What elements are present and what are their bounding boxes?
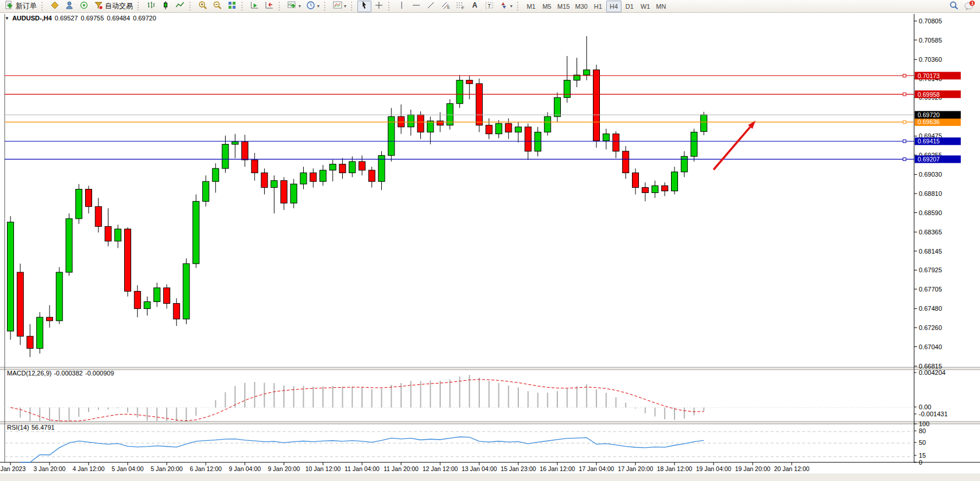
candle-body xyxy=(242,142,248,160)
line-handle[interactable] xyxy=(903,74,906,77)
auto-scroll-button[interactable] xyxy=(248,1,262,12)
candle-body xyxy=(623,151,629,173)
candle-body xyxy=(47,317,53,321)
signals-button[interactable] xyxy=(77,1,91,12)
clock-icon xyxy=(306,1,315,12)
horizontal-line-icon xyxy=(412,1,421,12)
market-watch-button[interactable] xyxy=(48,1,62,12)
candle-body xyxy=(56,272,62,321)
svg-text:T: T xyxy=(488,3,491,9)
channel-tool-button[interactable]: E xyxy=(438,1,452,12)
text-label-tool-button[interactable]: T xyxy=(482,1,496,12)
candle xyxy=(691,129,697,161)
svg-text:A: A xyxy=(472,1,477,9)
pane-separator[interactable] xyxy=(0,422,980,424)
candle-body xyxy=(271,181,278,188)
candle xyxy=(56,267,62,324)
candle-body xyxy=(349,161,356,173)
cursor-tool-button[interactable] xyxy=(357,1,371,12)
candle-body xyxy=(125,229,131,292)
tile-windows-icon xyxy=(227,1,237,12)
svg-text:F: F xyxy=(462,6,464,10)
candle-body xyxy=(203,181,209,201)
candle-body xyxy=(535,132,541,152)
crosshair-tool-button[interactable] xyxy=(372,1,386,12)
candlestick-mode-button[interactable] xyxy=(159,1,173,12)
timeframe-button-M1[interactable]: M1 xyxy=(524,1,539,12)
time-axis-label: 6 Jan 12:00 xyxy=(190,465,222,472)
arrows-dropdown-caret[interactable]: ▾ xyxy=(510,4,512,9)
line-handle[interactable] xyxy=(903,121,906,124)
timeframe-button-M15[interactable]: M15 xyxy=(555,1,572,12)
ohlc-high: 0.69755 xyxy=(81,15,104,22)
timeframe-button-H4[interactable]: H4 xyxy=(606,1,621,12)
candle-body xyxy=(564,80,570,98)
time-axis-label: 12 Jan 12:00 xyxy=(423,465,458,472)
line-handle[interactable] xyxy=(903,93,906,96)
auto-trading-button[interactable]: 自动交易 xyxy=(92,1,135,12)
zoom-in-button[interactable] xyxy=(196,1,210,12)
community-icon xyxy=(65,1,74,12)
periods-button[interactable]: ▾ xyxy=(304,1,322,12)
arrows-tool-button[interactable]: ▾ xyxy=(497,1,515,12)
candle-body xyxy=(290,184,297,203)
ohlc-low: 0.69484 xyxy=(107,15,130,22)
candle-body xyxy=(8,222,14,331)
candle-body xyxy=(105,226,111,241)
indicators-dropdown-caret[interactable]: ▾ xyxy=(344,4,346,9)
price-badge-label: 0.69415 xyxy=(918,138,940,145)
price-badge: 0.70173 xyxy=(915,72,961,79)
price-badge-label: 0.69958 xyxy=(918,91,940,98)
toolbar-grip xyxy=(279,2,283,10)
periods-dropdown-caret[interactable]: ▾ xyxy=(317,4,319,9)
community-button[interactable] xyxy=(62,1,76,12)
timeframe-button-W1[interactable]: W1 xyxy=(638,1,653,12)
time-axis-label: 19 Jan 04:00 xyxy=(696,465,732,472)
notifications-button[interactable]: 1 xyxy=(961,1,978,12)
indicators-button[interactable]: ▾ xyxy=(331,1,349,12)
candle-body xyxy=(505,124,512,132)
candle-body xyxy=(554,97,561,117)
timeframe-button-D1[interactable]: D1 xyxy=(622,1,637,12)
chart-area[interactable]: 0.708050.705850.703600.701400.699200.694… xyxy=(0,13,980,481)
horizontal-line-tool-button[interactable] xyxy=(409,1,423,12)
bar-chart-mode-button[interactable] xyxy=(144,1,158,12)
new-chart-dropdown-caret[interactable]: ▾ xyxy=(298,4,301,9)
candle-body xyxy=(672,172,678,191)
candlestick-icon xyxy=(161,1,170,12)
price-badge: 0.69958 xyxy=(915,90,961,98)
time-axis-label: 5 Jan 04:00 xyxy=(112,465,144,472)
timeframe-button-M30[interactable]: M30 xyxy=(572,1,589,12)
price-axis-label: 0.67040 xyxy=(919,343,942,350)
price-axis-label: 0.68810 xyxy=(919,190,942,197)
time-axis-label: 9 Jan 20:00 xyxy=(268,465,300,472)
time-axis-label: 18 Jan 12:00 xyxy=(657,465,693,472)
new-order-button[interactable]: 新订单 xyxy=(2,1,39,12)
time-axis-label: 17 Jan 04:00 xyxy=(579,465,614,472)
price-axis-label: 0.67260 xyxy=(919,324,942,331)
timeframe-button-H1[interactable]: H1 xyxy=(591,1,606,12)
line-handle[interactable] xyxy=(903,140,906,143)
trendline-tool-button[interactable] xyxy=(424,1,438,12)
chart-shift-button[interactable] xyxy=(262,1,276,12)
tile-windows-button[interactable] xyxy=(225,1,239,12)
candle-body xyxy=(27,336,33,349)
fibonacci-tool-button[interactable]: F xyxy=(453,1,467,12)
search-button[interactable] xyxy=(947,1,961,12)
one-click-trading-toggle[interactable]: ▼ xyxy=(5,16,9,21)
line-handle[interactable] xyxy=(903,158,906,161)
line-chart-mode-button[interactable] xyxy=(173,1,187,12)
text-tool-button[interactable]: A xyxy=(468,1,482,12)
pane-separator[interactable] xyxy=(0,367,980,370)
zoom-out-button[interactable] xyxy=(210,1,224,12)
candle xyxy=(701,112,707,135)
new-chart-button[interactable]: ▾ xyxy=(285,1,303,12)
timeframe-button-MN[interactable]: MN xyxy=(654,1,669,12)
price-badge-label: 0.69636 xyxy=(918,118,940,125)
vertical-line-tool-button[interactable] xyxy=(395,1,409,12)
timeframe-button-M5[interactable]: M5 xyxy=(539,1,554,12)
text-label-icon: T xyxy=(484,1,494,12)
chart-title-bar: ▼ AUDUSD-,H4 0.69527 0.69755 0.69484 0.6… xyxy=(5,15,156,22)
rsi-panel-label: RSI(14)56.4791 xyxy=(7,424,57,431)
candle-body xyxy=(701,115,707,132)
